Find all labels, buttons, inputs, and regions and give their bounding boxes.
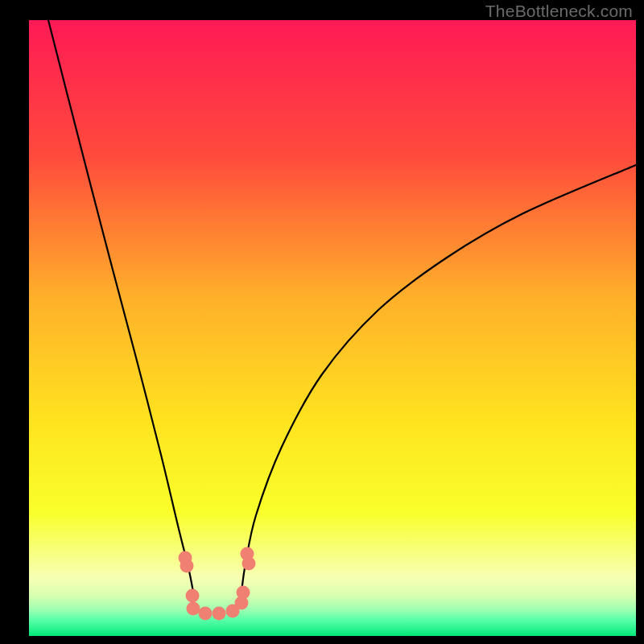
data-marker — [213, 607, 226, 621]
data-marker — [186, 589, 200, 603]
plot-background — [29, 20, 636, 636]
data-marker — [187, 602, 200, 616]
data-marker — [199, 607, 213, 621]
data-marker — [237, 586, 250, 600]
watermark-text: TheBottleneck.com — [485, 2, 633, 21]
bottleneck-plot — [0, 0, 644, 644]
data-marker — [242, 557, 256, 571]
data-marker — [180, 559, 194, 573]
chart-stage: TheBottleneck.com — [0, 0, 644, 644]
